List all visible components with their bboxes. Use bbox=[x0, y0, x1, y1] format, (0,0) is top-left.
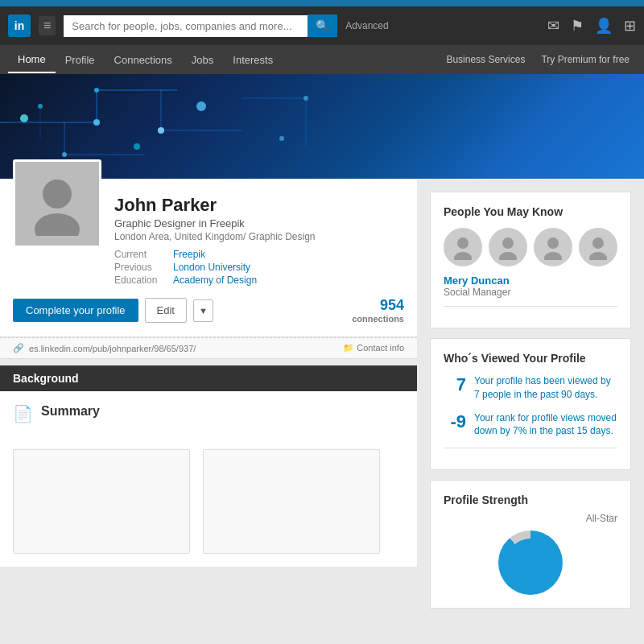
pymk-person-2-svg bbox=[495, 234, 521, 260]
try-premium-link[interactable]: Try Premium for free bbox=[535, 47, 636, 72]
pymk-avatar-3 bbox=[534, 228, 572, 266]
svg-point-23 bbox=[454, 252, 472, 260]
svg-point-22 bbox=[457, 237, 469, 249]
profile-info: John Parker Graphic Designer in Freepik … bbox=[114, 192, 404, 287]
portfolio-section bbox=[0, 436, 417, 567]
pymk-title: People You May Know bbox=[444, 205, 617, 218]
previous-value: London University bbox=[173, 262, 250, 273]
svg-point-28 bbox=[592, 237, 604, 249]
views-number: 7 bbox=[444, 374, 466, 395]
hamburger-button[interactable]: ≡ bbox=[39, 16, 56, 35]
detail-current: Current Freepik bbox=[114, 249, 404, 260]
contact-info-label: Contact info bbox=[357, 343, 404, 353]
profile-name: John Parker bbox=[114, 195, 404, 216]
edit-button[interactable]: Edit bbox=[145, 298, 187, 323]
nav-interests[interactable]: Interests bbox=[223, 47, 283, 72]
strength-title: Profile Strength bbox=[444, 493, 617, 506]
connections-label: connections bbox=[352, 314, 404, 324]
pymk-card: People You May Know bbox=[430, 192, 631, 328]
top-accent-bar bbox=[0, 0, 644, 6]
strength-circle-wrap bbox=[444, 530, 617, 595]
svg-point-15 bbox=[38, 104, 43, 109]
main-column: John Parker Graphic Designer in Freepik … bbox=[0, 179, 417, 621]
folder-icon: 📁 bbox=[343, 343, 354, 353]
wv-divider bbox=[444, 448, 617, 448]
avatar bbox=[13, 159, 101, 248]
nav-icons: ✉ ⚑ 👤 ⊞ bbox=[547, 17, 636, 35]
views-stat: 7 Your profile has been viewed by 7 peop… bbox=[444, 374, 617, 402]
current-label: Current bbox=[114, 249, 167, 260]
portfolio-box-2 bbox=[203, 449, 380, 554]
content-area: John Parker Graphic Designer in Freepik … bbox=[0, 179, 644, 621]
detail-education: Education Academy of Design bbox=[114, 275, 404, 286]
svg-point-17 bbox=[134, 143, 140, 150]
contact-info-link[interactable]: 📁 Contact info bbox=[343, 343, 404, 353]
who-viewed-card: Who´s Viewed Your Profile 7 Your profile… bbox=[430, 338, 631, 470]
svg-point-20 bbox=[43, 180, 72, 208]
business-services-link[interactable]: Business Services bbox=[440, 47, 531, 72]
profile-url-text[interactable]: es.linkedin.com/pub/johnparker/98/65/937… bbox=[29, 344, 196, 353]
svg-point-24 bbox=[502, 237, 514, 249]
right-nav: Business Services Try Premium for free bbox=[440, 47, 636, 72]
pymk-person-3-svg bbox=[540, 234, 566, 260]
pymk-avatars bbox=[444, 228, 617, 266]
avatar-svg bbox=[25, 171, 89, 236]
profile-top: John Parker Graphic Designer in Freepik … bbox=[13, 192, 404, 287]
messages-icon[interactable]: ✉ bbox=[547, 17, 559, 35]
svg-point-13 bbox=[158, 127, 164, 134]
nav-home[interactable]: Home bbox=[8, 47, 56, 73]
strength-circle bbox=[498, 530, 563, 595]
pymk-person-role: Social Manager bbox=[444, 287, 617, 298]
svg-point-27 bbox=[544, 252, 562, 260]
profile-card: John Parker Graphic Designer in Freepik … bbox=[0, 179, 417, 337]
strength-inner bbox=[506, 539, 555, 587]
profile-icon[interactable]: 👤 bbox=[595, 17, 613, 35]
search-input[interactable] bbox=[64, 15, 308, 37]
main-nav: Home Profile Connections Jobs Interests … bbox=[0, 45, 644, 74]
rank-text: Your rank for profile views moved down b… bbox=[474, 411, 617, 439]
strength-allstar: All-Star bbox=[444, 513, 617, 524]
url-icon: 🔗 bbox=[13, 343, 24, 353]
connections-count: 954 connections bbox=[352, 297, 404, 324]
strength-card: Profile Strength All-Star bbox=[430, 480, 631, 609]
who-viewed-title: Who´s Viewed Your Profile bbox=[444, 352, 617, 365]
views-text: Your profile has been viewed by 7 people… bbox=[474, 374, 617, 402]
svg-point-10 bbox=[93, 119, 100, 126]
detail-previous: Previous London University bbox=[114, 262, 404, 273]
pymk-person-1-svg bbox=[450, 234, 476, 260]
nav-profile[interactable]: Profile bbox=[56, 47, 105, 72]
search-button[interactable]: 🔍 bbox=[308, 14, 337, 37]
grid-icon[interactable]: ⊞ bbox=[624, 17, 636, 35]
dropdown-button[interactable]: ▼ bbox=[193, 299, 213, 322]
profile-actions: Complete your profile Edit ▼ 954 connect… bbox=[13, 297, 404, 324]
flag-icon[interactable]: ⚑ bbox=[571, 17, 584, 35]
pymk-person-4-svg bbox=[585, 234, 611, 260]
education-label: Education bbox=[114, 275, 167, 286]
svg-point-11 bbox=[94, 88, 99, 93]
rank-number: -9 bbox=[444, 411, 466, 432]
current-value: Freepik bbox=[173, 249, 205, 260]
svg-point-25 bbox=[499, 252, 517, 260]
svg-point-16 bbox=[20, 114, 28, 122]
profile-location: London Area, United Kingdom/ Graphic Des… bbox=[114, 231, 404, 242]
background-section: Background 📄 Summary bbox=[0, 365, 417, 567]
advanced-link[interactable]: Advanced bbox=[345, 20, 388, 31]
portfolio-box-1 bbox=[13, 449, 190, 554]
summary-icon: 📄 bbox=[13, 404, 33, 423]
svg-point-29 bbox=[589, 252, 607, 260]
nav-connections[interactable]: Connections bbox=[105, 47, 182, 72]
pymk-avatar-2 bbox=[489, 228, 527, 266]
pymk-person-name[interactable]: Mery Duncan bbox=[444, 275, 617, 287]
nav-jobs[interactable]: Jobs bbox=[182, 47, 223, 72]
profile-title: Graphic Designer in Freepik bbox=[114, 217, 404, 229]
linkedin-logo[interactable]: in bbox=[8, 14, 31, 37]
svg-point-26 bbox=[547, 237, 559, 249]
nav-bar: in ≡ 🔍 Advanced ✉ ⚑ 👤 ⊞ bbox=[0, 6, 644, 45]
profile-url-bar: 🔗 es.linkedin.com/pub/johnparker/98/65/9… bbox=[0, 337, 417, 359]
rank-stat: -9 Your rank for profile views moved dow… bbox=[444, 411, 617, 439]
svg-point-18 bbox=[196, 101, 206, 111]
svg-point-19 bbox=[279, 136, 284, 141]
svg-point-21 bbox=[35, 213, 80, 236]
complete-profile-button[interactable]: Complete your profile bbox=[13, 299, 138, 322]
connections-number: 954 bbox=[352, 297, 404, 314]
